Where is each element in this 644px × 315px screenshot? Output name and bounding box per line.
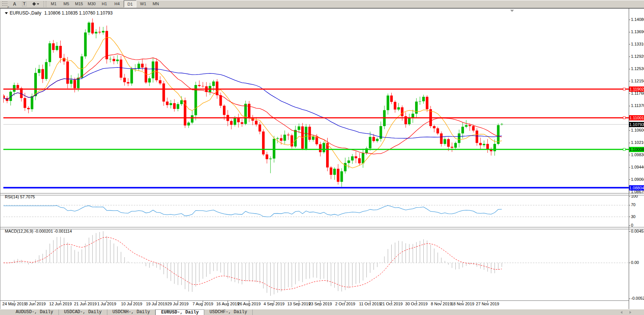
timeframe-button-h1[interactable]: H1 xyxy=(98,0,110,7)
chart-tab-usdcnh[interactable]: USDCNH-, Daily xyxy=(107,309,156,315)
hline-price-tag: 1.11902 xyxy=(629,86,644,92)
price-axis-label: 1.12530 xyxy=(631,66,644,71)
price-axis-label: 1.13310 xyxy=(631,42,644,46)
macd-axis-label: -0.005205 xyxy=(631,296,644,300)
collapse-triangle-icon[interactable] xyxy=(5,12,8,14)
macd-pane-bottom-border xyxy=(0,300,629,301)
text-label-icon[interactable]: T xyxy=(20,1,29,7)
price-axis-label: 1.09060 xyxy=(631,177,644,182)
price-axis-label: 1.10600 xyxy=(631,128,644,132)
date-axis-label: 11 Oct 2019 xyxy=(359,302,381,306)
timeframe-button-w1[interactable]: W1 xyxy=(137,0,149,7)
timeframe-button-d1[interactable]: D1 xyxy=(124,0,136,7)
date-axis-label: 21 Oct 2019 xyxy=(380,302,402,306)
hline-price-tag: 1.10008 xyxy=(629,147,644,152)
hline-price-tag: 1.08804 xyxy=(629,185,644,190)
price-axis-label: 1.09830 xyxy=(631,152,644,157)
cursor-a-label: A xyxy=(13,1,16,7)
date-axis-label: 2 Oct 2019 xyxy=(335,302,355,306)
rsi-layer xyxy=(3,205,629,217)
timeframe-button-h4[interactable]: H4 xyxy=(111,0,123,7)
tab-scroll-arrows xyxy=(619,309,633,315)
ohlc-values: 1.10806 1.10835 1.10760 1.10793 xyxy=(44,10,113,16)
rsi-line xyxy=(4,205,502,217)
timeframe-group: M1M5M15M30H1H4D1W1MN xyxy=(47,0,162,7)
grid-icon[interactable]: F xyxy=(0,1,9,7)
timeframe-button-m30[interactable]: M30 xyxy=(86,0,98,7)
date-axis-label: 29 Jul 2019 xyxy=(167,302,189,306)
date-axis-label: 3 Jun 2019 xyxy=(25,302,45,306)
toolbar: F A T M1M5M15M30H1H4D1W1MN xyxy=(0,0,644,8)
chart-tab-bar: AUDUSD-, DailyUSDCAD-, DailyUSDCNH-, Dai… xyxy=(0,309,644,315)
price-axis-label: 1.10210 xyxy=(631,140,644,145)
date-axis-label: 12 Jun 2019 xyxy=(49,302,72,306)
date-axis-label: 18 Nov 2019 xyxy=(451,302,474,306)
current-price-tag: 1.10793 xyxy=(629,122,644,127)
date-axis-label: 24 May 2019 xyxy=(2,302,26,306)
hline-price-tag: 1.11001 xyxy=(629,115,644,120)
date-axis-label: 8 Nov 2019 xyxy=(431,302,452,306)
arrows-glyph xyxy=(32,2,36,6)
chart-window: EURUSD-,Daily 1.10806 1.10835 1.10760 1.… xyxy=(0,8,644,309)
hline-handle[interactable] xyxy=(623,88,625,90)
timeframe-button-m1[interactable]: M1 xyxy=(48,0,60,7)
arrows-tool-icon[interactable] xyxy=(29,1,42,7)
date-axis-label: 27 Nov 2019 xyxy=(476,302,499,306)
timeframe-button-m5[interactable]: M5 xyxy=(60,0,72,7)
macd-axis-label: 0.004536 xyxy=(631,229,644,233)
date-axis-label: 7 Aug 2019 xyxy=(192,302,213,306)
chart-tab-eurusd[interactable]: EURUSD-, Daily xyxy=(155,309,204,315)
date-axis-label: 26 Aug 2019 xyxy=(238,302,261,306)
tabs-holder: AUDUSD-, DailyUSDCAD-, DailyUSDCNH-, Dai… xyxy=(10,309,253,315)
date-axis-label: 1 Jul 2019 xyxy=(97,302,116,306)
price-axis-label: 1.11370 xyxy=(631,103,644,108)
candles-layer xyxy=(2,19,503,187)
macd-pane-splitter[interactable] xyxy=(0,227,644,229)
chart-title: EURUSD-,Daily 1.10806 1.10835 1.10760 1.… xyxy=(5,10,113,16)
date-axis-label: 13 Sep 2019 xyxy=(287,302,310,306)
rsi-pane-splitter[interactable] xyxy=(0,193,644,195)
hline-handle[interactable] xyxy=(623,148,625,151)
rsi-axis-label: 70 xyxy=(631,202,635,207)
date-axis-label: 19 Jul 2019 xyxy=(146,302,167,306)
price-axis-label: 1.13690 xyxy=(631,29,644,34)
timeframe-button-mn[interactable]: MN xyxy=(150,0,162,7)
toolbar-grip[interactable] xyxy=(44,1,46,7)
chart-shift-marker-icon[interactable] xyxy=(510,10,514,12)
cursor-a-icon[interactable]: A xyxy=(10,1,19,7)
date-axis-label: 16 Aug 2019 xyxy=(216,302,239,306)
text-label-glyph: T xyxy=(22,1,26,6)
macd-indicator-label: MACD(12,26,9) -0.000201 -0.001114 xyxy=(5,229,72,233)
chart-tab-audusd[interactable]: AUDUSD-, Daily xyxy=(10,309,59,315)
price-axis-label: 1.09440 xyxy=(631,165,644,169)
tab-scroll-left-icon[interactable] xyxy=(619,310,624,315)
timeframe-button-m15[interactable]: M15 xyxy=(73,0,85,7)
date-axis-label: 30 Oct 2019 xyxy=(405,302,427,306)
chart-tab-usdcad[interactable]: USDCAD-, Daily xyxy=(59,309,107,315)
date-axis-label: 23 Sep 2019 xyxy=(309,302,332,306)
macd-layer xyxy=(3,231,629,296)
hline-handle[interactable] xyxy=(623,117,625,119)
chart-tab-usdchf[interactable]: USDCHF-, Daily xyxy=(204,309,253,315)
mt4-app: F A T M1M5M15M30H1H4D1W1MN EURUSD-,Daily… xyxy=(0,0,644,315)
rsi-axis-label: 30 xyxy=(631,214,635,219)
date-axis-label: 4 Sep 2019 xyxy=(263,302,284,306)
date-axis-label: 21 Jun 2019 xyxy=(74,302,97,306)
price-axis-label: 1.14080 xyxy=(631,17,644,22)
price-axis-label: 1.12150 xyxy=(631,79,644,83)
date-axis-label: 10 Jul 2019 xyxy=(121,302,142,306)
chart-canvas[interactable] xyxy=(0,9,644,309)
macd-axis-label: 0.00 xyxy=(631,260,639,265)
price-axis-label: 1.12920 xyxy=(631,54,644,59)
tab-scroll-right-icon[interactable] xyxy=(628,310,633,315)
grid-glyph: F xyxy=(2,1,7,7)
chevron-down-icon xyxy=(37,3,39,5)
symbol-period-label: EURUSD-,Daily xyxy=(10,10,41,16)
price-axis-line xyxy=(629,9,629,309)
